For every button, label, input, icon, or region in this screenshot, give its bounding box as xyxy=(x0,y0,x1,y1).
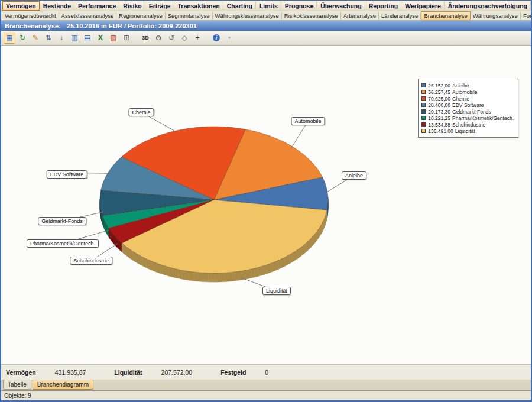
pie-slice-side xyxy=(218,273,222,282)
menu-bestaende[interactable]: Bestände xyxy=(40,1,74,11)
tab-regionenanalyse[interactable]: Regionenanalyse xyxy=(116,12,165,20)
pie-slice-side xyxy=(163,265,166,275)
pie-slice-side xyxy=(232,272,235,281)
legend-swatch xyxy=(421,83,426,87)
app-window: Vermögen Bestände Performance Risiko Ert… xyxy=(0,0,532,402)
legend-swatch xyxy=(421,122,426,127)
page-title: Branchenanalyse: xyxy=(5,22,61,30)
perspective-icon[interactable]: ◇ xyxy=(179,33,190,44)
vermoegen-value: 431.935,87 xyxy=(55,369,86,376)
tab-fondsbreakdown[interactable]: Fondsbreakdown xyxy=(521,12,531,20)
pie-slice-side xyxy=(212,273,215,282)
chart-settings-icon[interactable]: ▦ xyxy=(4,33,15,44)
legend-item-pharma: 10.221,25Pharma/Kosmetik/Gentech. xyxy=(421,115,514,121)
pie-slice-side xyxy=(169,267,172,277)
tab-assetklassenanalyse[interactable]: Assetklassenanalyse xyxy=(59,12,117,20)
menu-ertraege[interactable]: Erträge xyxy=(145,1,174,11)
rotate-icon[interactable]: ↺ xyxy=(166,33,177,44)
refresh-icon[interactable]: ↻ xyxy=(17,33,28,44)
vermoegen-label: Vermögen xyxy=(6,369,36,376)
liquiditaet-label: Liquidität xyxy=(114,369,142,376)
pie-slice-side xyxy=(135,253,138,263)
pie-slice-side xyxy=(264,265,267,275)
pie-label-edv-software: EDV Software xyxy=(47,170,87,179)
summary-bar: Vermögen 431.935,87 Liquidität 207.572,0… xyxy=(1,364,531,380)
add-icon[interactable]: + xyxy=(192,33,203,44)
pie-slice-side xyxy=(188,271,192,281)
pie-label-geldmarkt-fonds: Geldmarkt-Fonds xyxy=(38,217,86,225)
tab-laenderanalyse[interactable]: Länderanalyse xyxy=(379,12,421,20)
bottom-tab-branchendiagramm[interactable]: Branchendiagramm xyxy=(33,380,93,390)
drilldown-icon[interactable]: ↓ xyxy=(56,33,67,44)
tab-segmentanalyse[interactable]: Segmentanalyse xyxy=(166,12,213,20)
menu-transaktionen[interactable]: Transaktionen xyxy=(174,1,223,11)
zoom-icon[interactable]: ⊙ xyxy=(153,33,164,44)
menu-wertpapiere[interactable]: Wertpapiere xyxy=(401,1,445,11)
pie-slice-side xyxy=(145,258,148,268)
menu-prognose[interactable]: Prognose xyxy=(281,1,317,11)
pie-slice-side xyxy=(278,259,281,269)
tab-branchenanalyse[interactable]: Branchenanalyse xyxy=(421,11,470,20)
copy-icon[interactable]: ⊞ xyxy=(121,33,132,44)
table-view-icon[interactable]: ▤ xyxy=(82,33,93,44)
tab-waehrungsklassenanalyse[interactable]: Währungsklassenanalyse xyxy=(213,12,282,20)
pie-slice-side xyxy=(287,255,289,265)
pie-slice-side xyxy=(292,252,294,262)
menu-performance[interactable]: Performance xyxy=(74,1,119,11)
pie-label-pharma: Pharma/Kosmetik/Gentech. xyxy=(27,239,99,248)
pie-slice-side xyxy=(284,257,286,267)
3d-toggle-icon[interactable]: 3D xyxy=(140,33,151,44)
view-title-bar: Branchenanalyse: 25.10.2016 in EUR / Por… xyxy=(1,21,531,31)
pie-slice-side xyxy=(172,268,175,277)
bottom-tab-tabelle[interactable]: Tabelle xyxy=(3,380,31,390)
toolbar: ▦ ↻ ✎ ⇅ ↓ ▥ ▤ X ▧ ⊞ 3D ⊙ ↺ ◇ + i ● xyxy=(1,31,531,46)
menu-reporting[interactable]: Reporting xyxy=(365,1,402,11)
menu-charting[interactable]: Charting xyxy=(223,1,256,11)
object-count: Objekte: 9 xyxy=(4,393,31,399)
pie-slice-side xyxy=(267,264,270,274)
legend-text: 26.152,00Anleihe xyxy=(428,83,469,89)
tab-artenanalyse[interactable]: Artenanalyse xyxy=(341,12,379,20)
tab-vermoegensuebersicht[interactable]: Vermögensübersicht xyxy=(2,12,59,20)
pie-slice-side xyxy=(138,254,140,264)
menu-vermoegen[interactable]: Vermögen xyxy=(2,1,40,11)
legend-text: 10.221,25Pharma/Kosmetik/Gentech. xyxy=(428,115,514,121)
pie-slice-side xyxy=(198,273,202,281)
pie-slice-side xyxy=(258,267,261,276)
info-icon[interactable]: i xyxy=(210,33,222,44)
legend-item-edv-software: 28.400,00EDV Software xyxy=(421,102,514,108)
tab-risikoklassenanalyse[interactable]: Risikoklassenanalyse xyxy=(282,12,341,20)
chart-type-icon[interactable]: ▧ xyxy=(108,33,119,44)
legend-swatch xyxy=(421,96,426,100)
page-subtitle: 25.10.2016 in EUR / Portfolio: 2009-2203… xyxy=(67,22,197,30)
legend-item-automobile: 56.257,45Automobile xyxy=(421,89,514,95)
excel-export-icon[interactable]: X xyxy=(95,33,106,44)
bottom-tab-bar: Tabelle Branchendiagramm xyxy=(1,380,531,390)
pie-slice-side xyxy=(205,273,209,282)
pie-slice-side xyxy=(275,260,278,270)
legend-item-anleihe: 26.152,00Anleihe xyxy=(421,82,514,89)
pie-slice-side xyxy=(261,265,264,275)
status-bar: Objekte: 9 xyxy=(1,390,531,400)
legend-text: 56.257,45Automobile xyxy=(428,89,477,95)
menu-risiko[interactable]: Risiko xyxy=(119,1,145,11)
menubar: Vermögen Bestände Performance Risiko Ert… xyxy=(1,1,531,11)
pie-slice-side xyxy=(225,273,229,281)
chart-legend: 26.152,00Anleihe 56.257,45Automobile 70.… xyxy=(418,79,518,138)
sort-icon[interactable]: ⇅ xyxy=(43,33,54,44)
legend-swatch xyxy=(421,109,426,114)
menu-ueberwachung[interactable]: Überwachung xyxy=(317,1,365,11)
filter-edit-icon[interactable]: ✎ xyxy=(30,33,41,44)
tab-waehrungsanalyse[interactable]: Währungsanalyse xyxy=(471,12,521,20)
legend-text: 13.534,88Schuhindustrie xyxy=(428,122,485,128)
legend-swatch xyxy=(421,129,426,133)
pie-slice-side xyxy=(202,273,205,281)
menu-aenderungsnachverfolgung[interactable]: Änderungsnachverfolgung xyxy=(445,1,531,11)
pie-slice-side xyxy=(238,271,242,280)
columns-chart-icon[interactable]: ▥ xyxy=(69,33,80,44)
pie-label-anleihe: Anleihe xyxy=(342,171,366,180)
menu-limits[interactable]: Limits xyxy=(256,1,281,11)
pie-slice-side xyxy=(148,260,151,270)
pie-slice-side xyxy=(143,257,146,267)
pie-slice-side xyxy=(192,272,195,281)
